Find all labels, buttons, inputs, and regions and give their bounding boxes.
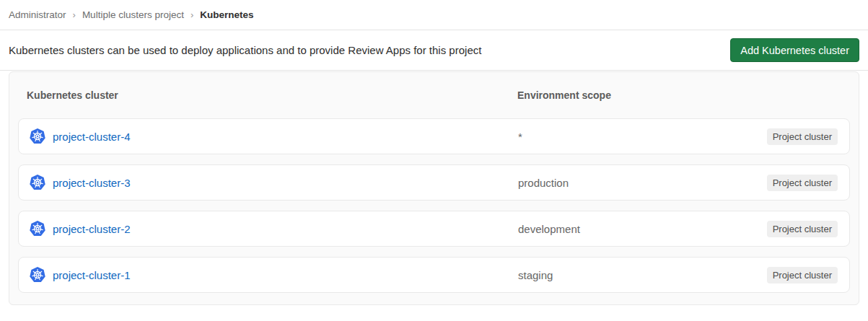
kubernetes-logo-icon xyxy=(29,220,46,237)
cluster-name-link[interactable]: project-cluster-2 xyxy=(53,223,131,235)
kubernetes-logo-icon xyxy=(29,174,46,191)
cluster-type-badge: Project cluster xyxy=(767,267,838,283)
cluster-list: project-cluster-4 * Project cluster xyxy=(9,118,859,293)
cluster-row: project-cluster-4 * Project cluster xyxy=(18,118,850,154)
clusters-panel: Kubernetes cluster Environment scope pro xyxy=(9,71,859,305)
cluster-list-header: Kubernetes cluster Environment scope xyxy=(9,72,859,118)
cluster-type-badge: Project cluster xyxy=(767,175,838,191)
environment-scope-value: production xyxy=(518,177,767,189)
column-header-kubernetes-cluster: Kubernetes cluster xyxy=(27,89,517,101)
cluster-row-main: project-cluster-3 xyxy=(29,174,518,191)
cluster-row-main: project-cluster-4 xyxy=(29,128,518,145)
breadcrumb-item-project[interactable]: Multiple clusters project xyxy=(82,9,184,20)
page-header: Kubernetes clusters can be used to deplo… xyxy=(0,30,868,71)
cluster-row-main: project-cluster-1 xyxy=(29,266,518,283)
environment-scope-value: development xyxy=(518,223,767,235)
cluster-row: project-cluster-1 staging Project cluste… xyxy=(18,257,850,293)
breadcrumb-separator-icon: › xyxy=(73,9,76,20)
add-kubernetes-cluster-button[interactable]: Add Kubernetes cluster xyxy=(730,38,859,62)
page-description: Kubernetes clusters can be used to deplo… xyxy=(9,44,481,56)
cluster-row: project-cluster-3 production Project clu… xyxy=(18,164,850,201)
environment-scope-value: staging xyxy=(518,269,767,281)
kubernetes-logo-icon xyxy=(29,266,46,283)
environment-scope-value: * xyxy=(518,131,767,143)
cluster-name-link[interactable]: project-cluster-3 xyxy=(53,177,131,189)
breadcrumb-item-kubernetes: Kubernetes xyxy=(200,9,253,20)
cluster-row-main: project-cluster-2 xyxy=(29,220,518,237)
breadcrumb-separator-icon: › xyxy=(190,9,193,20)
cluster-name-link[interactable]: project-cluster-1 xyxy=(53,269,131,281)
cluster-row: project-cluster-2 development Project cl… xyxy=(18,211,850,247)
breadcrumb: Administrator › Multiple clusters projec… xyxy=(0,0,868,30)
cluster-name-link[interactable]: project-cluster-4 xyxy=(53,131,131,143)
kubernetes-logo-icon xyxy=(29,128,46,145)
column-header-environment-scope: Environment scope xyxy=(517,89,841,101)
cluster-type-badge: Project cluster xyxy=(767,128,838,145)
breadcrumb-item-administrator[interactable]: Administrator xyxy=(9,9,66,20)
cluster-type-badge: Project cluster xyxy=(767,221,838,237)
